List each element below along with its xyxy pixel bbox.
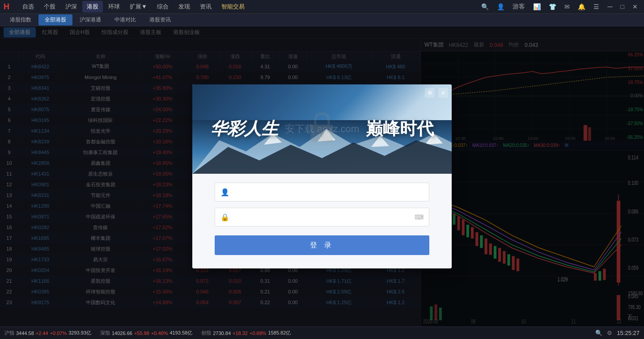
change-huzhui: +2.44 bbox=[36, 331, 48, 336]
username-row: 👤 bbox=[215, 183, 429, 201]
nav-zonghe[interactable]: 综合 bbox=[153, 1, 173, 13]
label-shenzhi: 深指 bbox=[100, 330, 110, 336]
label-chuangzhi: 创指 bbox=[201, 330, 211, 336]
header-text-right: 巅峰时代 bbox=[366, 118, 434, 140]
total-huzhui: 3293.93亿 bbox=[68, 330, 91, 336]
modal-settings-button[interactable]: ⚙ bbox=[425, 88, 435, 98]
tab-all-ganggu[interactable]: 全部港股 bbox=[38, 14, 72, 25]
nav-zixuan[interactable]: 自选 bbox=[18, 1, 38, 13]
pct-huzhui: +0.07% bbox=[50, 331, 67, 336]
label-huzhui: 沪指 bbox=[4, 330, 14, 336]
pct-chuangzhi: +0.68% bbox=[250, 331, 267, 336]
minimize-icon[interactable]: ─ bbox=[605, 2, 615, 12]
title-bar: H 自选 个股 沪深 港股 环球 扩展▼ 综合 发现 资讯 智能交易 🔍 👤 游… bbox=[0, 0, 644, 14]
chart-icon[interactable]: 📊 bbox=[530, 2, 543, 11]
maximize-icon[interactable]: □ bbox=[618, 2, 627, 11]
lock-input-icon: 🔒 bbox=[220, 213, 229, 222]
status-bar: 沪指 3444.58 +2.44 +0.07% 3293.93亿 深指 1402… bbox=[0, 326, 644, 339]
tab-zhong-gang[interactable]: 中港对比 bbox=[108, 14, 142, 25]
watermark-text: 安下载 anxz.com bbox=[285, 122, 359, 136]
change-chuangzhi: +18.32 bbox=[233, 331, 248, 336]
nav-ganggu[interactable]: 港股 bbox=[82, 1, 103, 13]
val-shenzhi: 14026.66 bbox=[112, 331, 132, 336]
status-chuangzhi: 创指 2730.84 +18.32 +0.68% 1585.82亿 bbox=[201, 330, 291, 336]
keyboard-icon[interactable]: ⌨ bbox=[415, 213, 424, 221]
tab-ganggu-zx[interactable]: 港股资讯 bbox=[143, 14, 177, 25]
tab-ganggu-zs[interactable]: 港股指数 bbox=[4, 14, 38, 25]
status-time: 15:25:27 bbox=[617, 330, 640, 336]
menu-icon[interactable]: ☰ bbox=[591, 2, 602, 11]
user-icon[interactable]: 👤 bbox=[494, 2, 507, 11]
user-input-icon: 👤 bbox=[220, 188, 229, 197]
status-shenzhi: 深指 14026.66 +55.98 +0.40% 4193.58亿 bbox=[100, 330, 192, 336]
total-chuangzhi: 1585.82亿 bbox=[268, 330, 291, 336]
mail-icon[interactable]: ✉ bbox=[562, 2, 572, 11]
window-controls: 🔍 👤 游客 📊 👕 ✉ 🔔 ☰ ─ □ ✕ bbox=[479, 2, 640, 12]
header-text-left: 华彩人生 bbox=[210, 118, 278, 140]
settings-icon[interactable]: ⚙ bbox=[607, 330, 612, 336]
nav-gegu[interactable]: 个股 bbox=[39, 1, 60, 13]
modal-header-image: 华彩人生 巅峰时代 安下载 anxz.com ⚙ ✕ bbox=[192, 84, 452, 174]
password-row: 🔒 ⌨ bbox=[215, 208, 429, 226]
nav-huhu[interactable]: 沪深 bbox=[61, 1, 81, 13]
total-shenzhi: 4193.58亿 bbox=[169, 330, 192, 336]
close-icon[interactable]: ✕ bbox=[630, 2, 640, 11]
nav-zixun[interactable]: 资讯 bbox=[195, 1, 216, 13]
nav-zhineng[interactable]: 智能交易 bbox=[217, 1, 249, 13]
modal-close-button[interactable]: ✕ bbox=[438, 88, 448, 98]
status-huzhui: 沪指 3444.58 +2.44 +0.07% 3293.93亿 bbox=[4, 330, 91, 336]
bell-icon[interactable]: 🔔 bbox=[575, 2, 588, 11]
shirt-icon[interactable]: 👕 bbox=[546, 2, 559, 11]
nav-kuozhan[interactable]: 扩展▼ bbox=[125, 1, 152, 13]
password-input[interactable] bbox=[233, 213, 411, 221]
search-icon[interactable]: 🔍 bbox=[479, 2, 491, 11]
username-input[interactable] bbox=[233, 188, 424, 196]
status-right-icons: 🔍 ⚙ 15:25:27 bbox=[595, 330, 640, 336]
change-shenzhi: +55.98 bbox=[134, 331, 149, 336]
modal-overlay: 华彩人生 巅峰时代 安下载 anxz.com ⚙ ✕ bbox=[0, 26, 644, 326]
modal-controls: ⚙ ✕ bbox=[425, 88, 448, 98]
login-button[interactable]: 登 录 bbox=[215, 235, 429, 255]
zoom-icon[interactable]: 🔍 bbox=[595, 330, 602, 336]
app-logo: H bbox=[4, 2, 13, 12]
nav-faxian[interactable]: 发现 bbox=[174, 1, 195, 13]
val-huzhui: 3444.58 bbox=[16, 331, 34, 336]
pct-shenzhi: +0.40% bbox=[151, 331, 168, 336]
modal-form: 👤 🔒 ⌨ 登 录 bbox=[192, 174, 452, 268]
second-nav: 港股指数 全部港股 沪深港通 中港对比 港股资讯 bbox=[0, 14, 644, 26]
user-label[interactable]: 游客 bbox=[510, 2, 528, 12]
nav-huanqiu[interactable]: 环球 bbox=[104, 1, 124, 13]
val-chuangzhi: 2730.84 bbox=[213, 331, 231, 336]
main-nav: 自选 个股 沪深 港股 环球 扩展▼ 综合 发现 资讯 智能交易 bbox=[18, 1, 479, 13]
tab-hushen-ganggu[interactable]: 沪深港通 bbox=[73, 14, 107, 25]
login-modal: 华彩人生 巅峰时代 安下载 anxz.com ⚙ ✕ bbox=[192, 84, 452, 268]
